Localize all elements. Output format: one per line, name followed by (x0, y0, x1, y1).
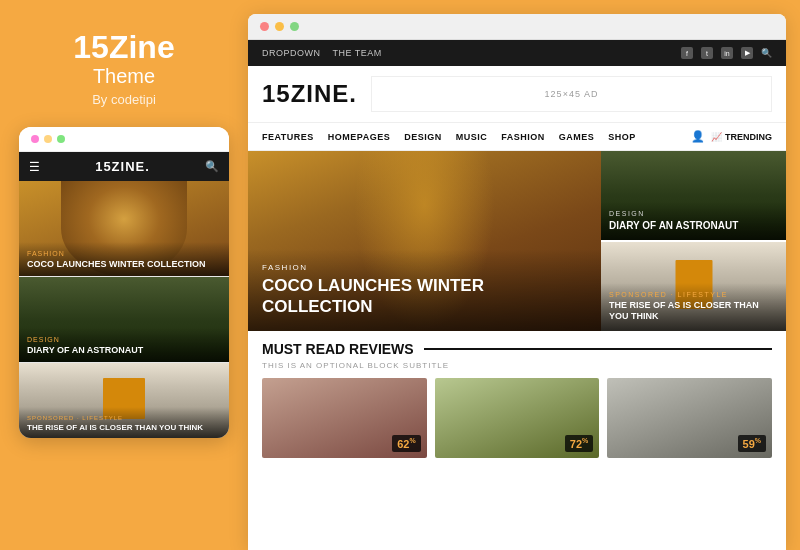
hero-card-2-category: SPONSORED · LIFESTYLE (609, 291, 778, 298)
hero-card-2-title: THE RISE OF AS IS CLOSER THAN YOU THINK (609, 300, 778, 323)
facebook-icon[interactable]: f (681, 47, 693, 59)
nav-fashion[interactable]: FASHION (501, 132, 545, 142)
review-card-3[interactable]: 59% (607, 378, 772, 458)
hero-main-title: COCO LAUNCHES WINTER COLLECTION (262, 276, 587, 317)
phone-dot-red (31, 135, 39, 143)
must-read-header: MUST READ REVIEWS (262, 341, 772, 357)
site-top-nav-right: f t in ▶ 🔍 (681, 47, 772, 59)
review-card-1[interactable]: 62% (262, 378, 427, 458)
hero-card-2-overlay: SPONSORED · LIFESTYLE THE RISE OF AS IS … (601, 283, 786, 331)
review-score-2: 72% (565, 435, 593, 452)
nav-design[interactable]: DESIGN (404, 132, 442, 142)
must-read-subtitle: THIS IS AN OPTIONAL BLOCK SUBTITLE (262, 361, 772, 370)
hero-main-overlay: FASHION COCO LAUNCHES WINTER COLLECTION (248, 249, 601, 331)
phone-card-overlay-2: DESIGN DIARY OF AN ASTRONAUT (19, 328, 229, 362)
browser-window: DROPDOWN THE TEAM f t in ▶ 🔍 15ZINE. 125… (248, 14, 786, 550)
twitter-icon[interactable]: t (701, 47, 713, 59)
hero-main-category: FASHION (262, 263, 587, 272)
left-panel: 15Zine Theme By codetipi ☰ 15ZINE. 🔍 FAS… (0, 0, 248, 550)
user-icon[interactable]: 👤 (691, 130, 705, 143)
site-header: 15ZINE. 125×45 AD (248, 66, 786, 123)
must-read-line (424, 348, 772, 350)
browser-chrome (248, 14, 786, 40)
phone-card-title-2: DIARY OF AN ASTRONAUT (27, 345, 221, 356)
dropdown-link[interactable]: DROPDOWN (262, 48, 321, 58)
phone-card-category-2: DESIGN (27, 336, 221, 343)
site-top-nav: DROPDOWN THE TEAM f t in ▶ 🔍 (248, 40, 786, 66)
must-read-title: MUST READ REVIEWS (262, 341, 414, 357)
phone-dot-yellow (44, 135, 52, 143)
nav-music[interactable]: MUSIC (456, 132, 488, 142)
phone-card-3[interactable]: SPONSORED · LIFESTYLE THE RISE OF AI IS … (19, 363, 229, 438)
browser-dot-green (290, 22, 299, 31)
phone-card-overlay-1: FASHION COCO LAUNCHES WINTER COLLECTION (19, 242, 229, 276)
hero-card-2[interactable]: SPONSORED · LIFESTYLE THE RISE OF AS IS … (601, 240, 786, 331)
phone-search-icon[interactable]: 🔍 (205, 160, 219, 173)
must-read-cards: 62% 72% 59% (262, 378, 772, 458)
phone-card-overlay-3: SPONSORED · LIFESTYLE THE RISE OF AI IS … (19, 407, 229, 439)
phone-top-bar (19, 127, 229, 152)
hero-card-1-title: DIARY OF AN ASTRONAUT (609, 219, 778, 232)
hero-main[interactable]: FASHION COCO LAUNCHES WINTER COLLECTION (248, 151, 601, 331)
phone-mockup: ☰ 15ZINE. 🔍 FASHION COCO LAUNCHES WINTER… (19, 127, 229, 438)
instagram-icon[interactable]: in (721, 47, 733, 59)
nav-homepages[interactable]: HOMEPAGES (328, 132, 390, 142)
hero-card-1[interactable]: DESIGN DIARY OF AN ASTRONAUT (601, 151, 786, 240)
site-logo: 15ZINE. (262, 80, 357, 108)
site-nav-items: FEATURES HOMEPAGES DESIGN MUSIC FASHION … (262, 132, 636, 142)
brand-byline: By codetipi (92, 92, 156, 107)
phone-dot-green (57, 135, 65, 143)
brand-title: 15Zine (73, 30, 174, 65)
site-top-nav-left: DROPDOWN THE TEAM (262, 48, 382, 58)
phone-card-category-3: SPONSORED · LIFESTYLE (27, 415, 221, 421)
phone-card-category-1: FASHION (27, 250, 221, 257)
header-search-icon[interactable]: 🔍 (761, 48, 772, 58)
phone-card-2[interactable]: DESIGN DIARY OF AN ASTRONAUT (19, 277, 229, 362)
browser-dot-yellow (275, 22, 284, 31)
nav-shop[interactable]: SHOP (608, 132, 636, 142)
phone-card-title-1: COCO LAUNCHES WINTER COLLECTION (27, 259, 221, 270)
ad-banner: 125×45 AD (371, 76, 772, 112)
trending-icon: 📈 (711, 132, 722, 142)
the-team-link[interactable]: THE TEAM (333, 48, 382, 58)
phone-card-1[interactable]: FASHION COCO LAUNCHES WINTER COLLECTION (19, 181, 229, 276)
phone-nav: ☰ 15ZINE. 🔍 (19, 152, 229, 181)
hero-card-1-category: DESIGN (609, 210, 778, 217)
site-nav-right: 👤 📈 TRENDING (691, 130, 772, 143)
nav-games[interactable]: GAMES (559, 132, 595, 142)
hero-sidebar: DESIGN DIARY OF AN ASTRONAUT SPONSORED ·… (601, 151, 786, 331)
hamburger-icon[interactable]: ☰ (29, 160, 40, 174)
youtube-icon[interactable]: ▶ (741, 47, 753, 59)
phone-card-title-3: THE RISE OF AI IS CLOSER THAN YOU THINK (27, 423, 221, 433)
browser-dot-red (260, 22, 269, 31)
site-nav: FEATURES HOMEPAGES DESIGN MUSIC FASHION … (248, 123, 786, 151)
review-score-1: 62% (392, 435, 420, 452)
phone-logo: 15ZINE. (95, 159, 150, 174)
must-read-section: MUST READ REVIEWS THIS IS AN OPTIONAL BL… (248, 331, 786, 466)
nav-features[interactable]: FEATURES (262, 132, 314, 142)
brand-subtitle: Theme (93, 65, 155, 88)
review-score-3: 59% (738, 435, 766, 452)
hero-card-1-overlay: DESIGN DIARY OF AN ASTRONAUT (601, 202, 786, 240)
review-card-2[interactable]: 72% (435, 378, 600, 458)
hero-section: FASHION COCO LAUNCHES WINTER COLLECTION … (248, 151, 786, 331)
trending-label: 📈 TRENDING (711, 132, 772, 142)
